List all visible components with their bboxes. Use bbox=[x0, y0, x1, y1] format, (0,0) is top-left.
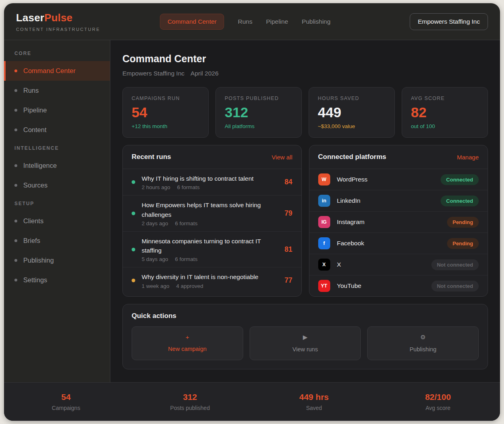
platform-row[interactable]: f Facebook Pending bbox=[309, 233, 488, 254]
run-score: 79 bbox=[285, 209, 292, 218]
sidebar-section-items: Command Center Runs Pipeline Content bbox=[4, 61, 110, 140]
client-selector-button[interactable]: Empowers Staffing Inc bbox=[410, 13, 488, 30]
sidebar-item-briefs[interactable]: Briefs bbox=[4, 231, 110, 251]
footer-stat-value: 54 bbox=[4, 392, 128, 402]
run-meta: 5 days ago 6 formats bbox=[142, 256, 278, 262]
stat-value: 312 bbox=[225, 104, 293, 120]
sidebar-item-content[interactable]: Content bbox=[4, 120, 110, 140]
status-dot-icon bbox=[132, 212, 135, 215]
sidebar-item-label: Runs bbox=[23, 87, 39, 94]
quick-action-label: New campaign bbox=[168, 346, 207, 352]
view-all-link[interactable]: View all bbox=[272, 154, 292, 161]
sidebar-item-runs[interactable]: Runs bbox=[4, 81, 110, 100]
nav-item-publishing[interactable]: Publishing bbox=[302, 14, 331, 29]
stat-label: AVG SCORE bbox=[411, 96, 479, 101]
platform-row[interactable]: in LinkedIn Connected bbox=[309, 190, 488, 212]
sidebar-item-settings[interactable]: Settings bbox=[4, 270, 110, 290]
bullet-dot-icon bbox=[14, 89, 17, 92]
sidebar-item-publishing[interactable]: Publishing bbox=[4, 251, 110, 270]
status-dot-icon bbox=[132, 248, 135, 251]
status-dot-icon bbox=[132, 279, 135, 282]
footer-stat-label: Campaigns bbox=[4, 405, 128, 411]
run-score: 84 bbox=[285, 178, 292, 186]
x-icon: X bbox=[318, 259, 330, 271]
run-detail: 6 formats bbox=[177, 184, 199, 190]
platform-status-badge: Not connected bbox=[431, 259, 479, 270]
platform-row[interactable]: W WordPress Connected bbox=[309, 169, 488, 190]
footer-stat-campaigns: 54 Campaigns bbox=[4, 392, 128, 411]
top-header: LaserPulse CONTENT INFRASTRUCTURE Comman… bbox=[4, 3, 500, 40]
bullet-dot-icon bbox=[14, 279, 17, 281]
platform-row[interactable]: IG Instagram Pending bbox=[309, 212, 488, 233]
status-dot-icon bbox=[132, 180, 135, 184]
quick-action-view-runs[interactable]: ▶ View runs bbox=[250, 326, 361, 360]
stat-value: 54 bbox=[132, 104, 199, 120]
run-list-item[interactable]: Why IT hiring is shifting to contract ta… bbox=[123, 169, 301, 196]
nav-item-pipeline[interactable]: Pipeline bbox=[266, 14, 288, 29]
platform-name: X bbox=[337, 261, 425, 268]
platform-row[interactable]: YT YouTube Not connected bbox=[309, 275, 488, 296]
nav-item-label: Publishing bbox=[302, 18, 331, 25]
sidebar-item-clients[interactable]: Clients bbox=[4, 211, 110, 231]
bullet-dot-icon bbox=[14, 220, 17, 222]
manage-link[interactable]: Manage bbox=[457, 154, 479, 161]
sidebar-item-intelligence[interactable]: Intelligence bbox=[4, 156, 110, 175]
stat-sub: +12 this month bbox=[132, 123, 199, 129]
gear-icon: ⚙ bbox=[372, 334, 474, 341]
nav-item-runs[interactable]: Runs bbox=[238, 14, 252, 29]
footer-stat-label: Posts published bbox=[128, 405, 252, 411]
footer-stats-bar: 54 Campaigns 312 Posts published 449 hrs… bbox=[4, 382, 500, 421]
run-title: Minnesota companies turning to contract … bbox=[142, 236, 278, 255]
platform-name: YouTube bbox=[337, 282, 425, 289]
brand-name: LaserPulse bbox=[16, 12, 100, 24]
platform-status-badge: Connected bbox=[441, 196, 479, 206]
subtitle-period: April 2026 bbox=[191, 70, 219, 77]
nav-item-command-center[interactable]: Command Center bbox=[160, 14, 224, 30]
sidebar-item-pipeline[interactable]: Pipeline bbox=[4, 100, 110, 120]
sidebar-item-label: Briefs bbox=[23, 237, 40, 245]
platforms-panel: Connected platforms Manage W WordPress C… bbox=[309, 145, 488, 297]
page-title: Command Center bbox=[122, 53, 488, 65]
footer-stat-posts-published: 312 Posts published bbox=[128, 392, 252, 411]
sidebar-section-title: INTELLIGENCE bbox=[4, 140, 110, 156]
top-nav: Command Center Runs Pipeline Publishing bbox=[160, 14, 330, 30]
platform-name: LinkedIn bbox=[337, 197, 434, 204]
run-body: Minnesota companies turning to contract … bbox=[142, 236, 278, 263]
run-body: Why IT hiring is shifting to contract ta… bbox=[142, 174, 278, 190]
sidebar: CORE Command Center Runs Pipeline Conten… bbox=[4, 40, 110, 382]
stat-label: POSTS PUBLISHED bbox=[225, 96, 293, 101]
sidebar-item-label: Clients bbox=[23, 217, 43, 225]
run-list-item[interactable]: Minnesota companies turning to contract … bbox=[123, 232, 301, 268]
brand-tagline: CONTENT INFRASTRUCTURE bbox=[16, 27, 100, 32]
run-list-item[interactable]: Why diversity in IT talent is non-negoti… bbox=[123, 267, 301, 294]
bullet-dot-icon bbox=[14, 259, 17, 262]
run-list-item[interactable]: How Empowers helps IT teams solve hiring… bbox=[123, 196, 301, 232]
platform-name: Instagram bbox=[337, 218, 440, 226]
sidebar-section-title: CORE bbox=[4, 45, 110, 61]
nav-item-label: Command Center bbox=[167, 18, 216, 25]
run-title: Why IT hiring is shifting to contract ta… bbox=[142, 174, 278, 183]
sidebar-section: SETUP Clients Briefs Publishing Settings bbox=[4, 195, 110, 290]
platform-row[interactable]: X X Not connected bbox=[309, 254, 488, 275]
stat-sub: All platforms bbox=[225, 123, 293, 129]
footer-stat-label: Avg score bbox=[376, 405, 500, 411]
footer-stat-label: Saved bbox=[252, 405, 376, 411]
run-detail: 6 formats bbox=[175, 220, 197, 226]
quick-action-new-campaign[interactable]: + New campaign bbox=[132, 326, 243, 360]
bullet-dot-icon bbox=[14, 164, 17, 167]
sidebar-item-command-center[interactable]: Command Center bbox=[4, 61, 110, 81]
main-content: Command Center Empowers Staffing Inc Apr… bbox=[110, 40, 500, 382]
run-meta: 1 week ago 4 approved bbox=[142, 283, 278, 289]
sidebar-item-label: Sources bbox=[23, 181, 48, 189]
nav-item-label: Pipeline bbox=[266, 18, 288, 25]
platform-status-badge: Connected bbox=[441, 174, 479, 185]
nav-item-label: Runs bbox=[238, 18, 252, 25]
sidebar-item-label: Command Center bbox=[23, 67, 75, 75]
stat-value: 449 bbox=[318, 104, 386, 120]
quick-action-publishing[interactable]: ⚙ Publishing bbox=[367, 326, 479, 360]
sidebar-item-label: Settings bbox=[23, 276, 47, 284]
bullet-dot-icon bbox=[14, 69, 17, 72]
platform-status-badge: Not connected bbox=[431, 281, 479, 292]
platforms-title: Connected platforms bbox=[318, 153, 386, 161]
sidebar-item-sources[interactable]: Sources bbox=[4, 175, 110, 195]
